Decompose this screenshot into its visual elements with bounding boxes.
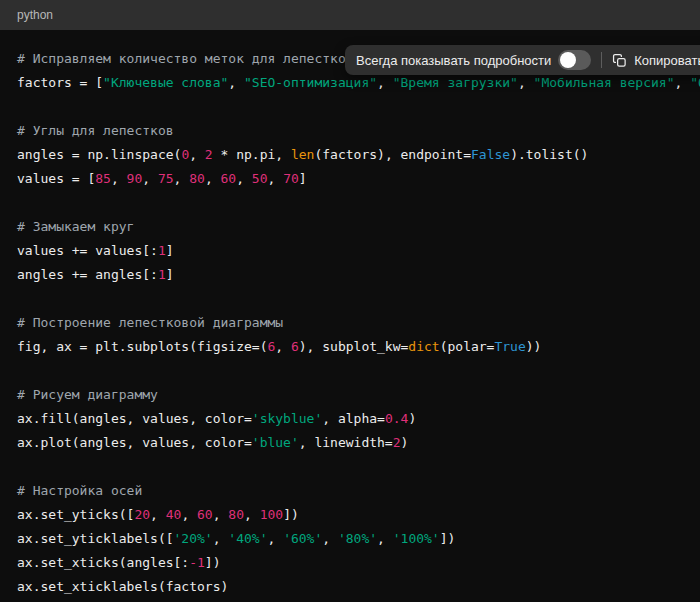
code-token: 70	[283, 171, 299, 186]
code-token: ]	[166, 267, 174, 282]
code-token: fig, ax = plt.subplots(figsize=(	[17, 339, 267, 354]
code-token: ,	[111, 171, 127, 186]
code-line: values = [85, 90, 75, 80, 60, 50, 70]	[17, 167, 683, 191]
code-token: ), subplot_kw=	[299, 339, 409, 354]
code-token: angles += angles[:	[17, 267, 158, 282]
code-token: '40%'	[228, 531, 267, 546]
code-token: 1	[158, 267, 166, 282]
code-token: ]	[166, 243, 174, 258]
code-token: ,	[377, 531, 393, 546]
code-token: ax.set_yticklabels([	[17, 531, 174, 546]
code-token: dict	[408, 339, 439, 354]
code-token: 80	[189, 171, 205, 186]
code-token: "SEO-оптимизация"	[244, 75, 377, 90]
code-token: ,	[244, 507, 260, 522]
code-token: 50	[252, 171, 268, 186]
code-token: '20%'	[174, 531, 213, 546]
code-token: 6	[291, 339, 299, 354]
code-token: 'skyblue'	[252, 411, 322, 426]
code-line: ax.set_xticklabels(factors)	[17, 575, 683, 599]
code-token: ax.set_xticklabels(factors)	[17, 579, 228, 594]
code-token: ,	[205, 171, 221, 186]
toggle-knob	[560, 52, 576, 68]
copy-code-button[interactable]: Копировать код	[612, 53, 700, 68]
code-token: ax.set_yticks([	[17, 507, 134, 522]
code-token: False	[471, 147, 510, 162]
code-token: # Углы для лепестков	[17, 123, 174, 138]
code-token: 2	[393, 435, 401, 450]
code-token: ])	[205, 555, 221, 570]
code-token: # Настройка осей	[17, 483, 142, 498]
code-token: -1	[189, 555, 205, 570]
code-token: (factors), endpoint=	[314, 147, 471, 162]
code-token: ax.plot(angles, values, color=	[17, 435, 252, 450]
code-token: ,	[275, 339, 291, 354]
code-token: ,	[268, 171, 284, 186]
code-token: ,	[181, 507, 197, 522]
code-token: 0.4	[385, 411, 408, 426]
code-token: ax.set_xticks(angles[:	[17, 555, 189, 570]
code-token: factors = [	[17, 75, 103, 90]
code-toolbar: Всегда показывать подробности Копировать…	[345, 45, 700, 75]
code-token: ,	[189, 147, 205, 162]
code-line: fig, ax = plt.subplots(figsize=(6, 6), s…	[17, 335, 683, 359]
copy-icon	[612, 53, 627, 68]
code-token: 'blue'	[252, 435, 299, 450]
code-token: )	[401, 435, 409, 450]
code-token: 90	[127, 171, 143, 186]
code-token: * np.pi,	[213, 147, 291, 162]
code-token: )	[408, 411, 416, 426]
code-token: # Исправляем количество меток для лепест…	[17, 51, 354, 66]
code-token: # Замыкаем круг	[17, 219, 134, 234]
always-show-details-label: Всегда показывать подробности	[356, 53, 551, 68]
code-token: 100	[260, 507, 283, 522]
code-token: ,	[213, 531, 229, 546]
code-token: ,	[322, 531, 338, 546]
code-token: "Мобильная версия"	[534, 75, 675, 90]
code-token: ,	[674, 75, 690, 90]
code-line: # Настройка осей	[17, 479, 683, 503]
code-token: 20	[134, 507, 150, 522]
code-line: angles += angles[:1]	[17, 263, 683, 287]
code-token: 60	[197, 507, 213, 522]
code-line: ax.set_xticks(angles[:-1])	[17, 551, 683, 575]
code-token: 80	[228, 507, 244, 522]
code-token: 1	[158, 243, 166, 258]
code-line	[17, 95, 683, 119]
code-line: # Углы для лепестков	[17, 119, 683, 143]
code-line	[17, 191, 683, 215]
code-token: 40	[166, 507, 182, 522]
code-token: "Ключевые слова"	[103, 75, 228, 90]
code-line: # Рисуем диаграмму	[17, 383, 683, 407]
code-token: len	[291, 147, 314, 162]
code-line	[17, 455, 683, 479]
details-toggle[interactable]	[558, 50, 591, 70]
code-token: , linewidth=	[299, 435, 393, 450]
code-token: ,	[377, 75, 393, 90]
code-token: ,	[518, 75, 534, 90]
code-line: # Построение лепестковой диаграммы	[17, 311, 683, 335]
code-lines: # Исправляем количество меток для лепест…	[17, 47, 683, 599]
code-content: # Исправляем количество меток для лепест…	[0, 30, 700, 602]
code-line: ax.fill(angles, values, color='skyblue',…	[17, 407, 683, 431]
code-token: ,	[213, 507, 229, 522]
code-token: ]	[299, 171, 307, 186]
code-token: 75	[158, 171, 174, 186]
code-token: # Построение лепестковой диаграммы	[17, 315, 283, 330]
code-header: python	[0, 0, 700, 30]
code-token: ,	[267, 531, 283, 546]
code-line	[17, 287, 683, 311]
code-token: 60	[221, 171, 237, 186]
code-token: 85	[95, 171, 111, 186]
code-token: "От	[690, 75, 700, 90]
code-line: # Замыкаем круг	[17, 215, 683, 239]
code-block: python Всегда показывать подробности Коп…	[0, 0, 700, 602]
code-token: values = [	[17, 171, 95, 186]
code-line: values += values[:1]	[17, 239, 683, 263]
code-token: ,	[228, 75, 244, 90]
copy-code-label: Копировать код	[634, 53, 700, 68]
code-token: '60%'	[283, 531, 322, 546]
code-token: ,	[236, 171, 252, 186]
toolbar-divider	[601, 52, 602, 68]
code-token: values += values[:	[17, 243, 158, 258]
